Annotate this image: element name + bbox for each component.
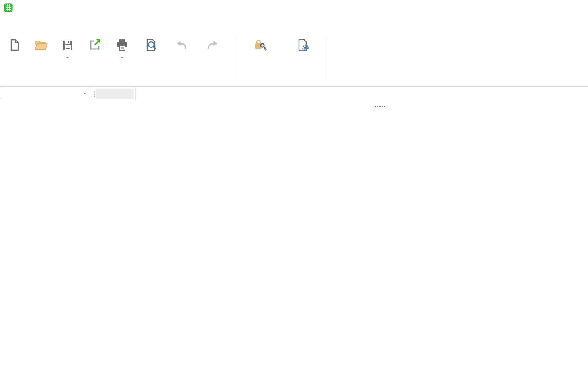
encrypt-password-icon [254,38,267,52]
name-box[interactable] [1,89,80,99]
spreadsheet-app-icon [4,3,13,12]
formula-bar: ⋮ [0,87,588,101]
ribbon-group-separator [236,37,236,83]
chevron-down-icon [83,93,86,96]
ribbon-group-label-common [0,83,235,86]
formula-buttons [96,89,134,99]
encrypt-with-password-button[interactable] [239,37,282,55]
new-document-icon [8,38,21,52]
save-icon [61,38,74,52]
ribbon-group-separator [326,37,326,83]
print-button[interactable] [109,37,135,60]
print-icon [115,38,129,52]
undo-button[interactable] [167,37,195,55]
save-dropdown-arrow-icon [66,57,69,60]
ribbon-group-common [0,34,235,86]
document-properties-icon [296,38,310,52]
ribbon-group-label-info [238,83,324,86]
open-folder-icon [34,38,48,52]
undo-icon [174,38,188,52]
ribbon [0,34,588,87]
redo-button[interactable] [195,37,231,55]
ribbon-tab-bar [0,22,588,34]
pane-splitter [0,101,588,112]
formula-input[interactable] [135,88,586,100]
name-box-dropdown-button[interactable] [80,89,89,99]
print-preview-icon [144,38,158,52]
ribbon-group-info-buttons [238,34,324,83]
save-button[interactable] [55,37,80,60]
export-to-file-icon [88,38,102,52]
spreadsheet-application-window: ⋮ [0,0,588,391]
open-button[interactable] [27,37,55,55]
export-to-file-button[interactable] [80,37,109,55]
print-preview-button[interactable] [135,37,167,55]
splitter-handle-icon[interactable] [375,106,386,107]
new-button[interactable] [2,37,27,55]
document-properties-button[interactable] [282,37,324,55]
ribbon-group-common-buttons [0,34,235,83]
ribbon-group-info [238,34,324,86]
redo-icon [206,38,220,52]
print-dropdown-arrow-icon [121,57,124,60]
title-bar [0,0,588,22]
